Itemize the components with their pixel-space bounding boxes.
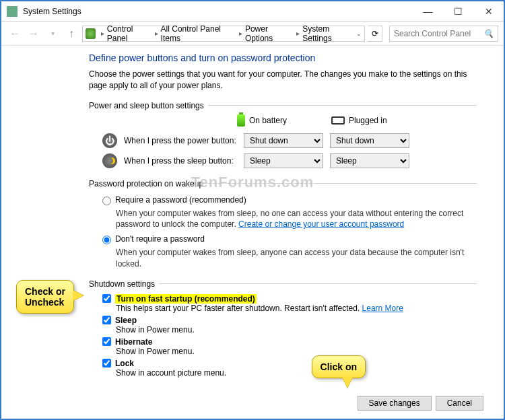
section-legend: Shutdown settings [89,279,159,289]
sleep-battery-select[interactable]: Sleep [244,153,323,168]
learn-more-link[interactable]: Learn More [362,304,403,313]
sleep-icon [102,153,117,168]
fast-startup-label[interactable]: Turn on fast startup (recommended) [115,294,257,304]
search-input[interactable]: Search Control Panel 🔍 [389,26,498,42]
power-icon: ⏻ [102,133,117,148]
require-password-desc: When your computer wakes from sleep, no … [116,208,477,231]
plug-icon [331,116,345,125]
power-plugged-select[interactable]: Shut down [330,133,409,148]
no-password-desc: When your computer wakes from sleep, any… [116,247,477,270]
chevron-right-icon: ▸ [296,30,300,37]
up-button[interactable]: ↑ [63,28,79,40]
search-icon: 🔍 [483,29,494,38]
battery-icon [237,114,245,127]
save-button[interactable]: Save changes [358,396,432,411]
recent-dropdown[interactable]: ▾ [44,30,61,37]
sleep-desc: Show in Power menu. [116,325,477,335]
account-password-link[interactable]: Create or change your user account passw… [238,219,404,229]
breadcrumb-item[interactable]: System Settings [302,24,356,43]
cancel-button[interactable]: Cancel [436,396,483,411]
forward-button[interactable]: → [26,28,42,40]
hibernate-checkbox[interactable] [102,337,111,346]
require-password-label[interactable]: Require a password (recommended) [115,195,246,205]
minimize-button[interactable]: — [413,2,443,21]
refresh-button[interactable]: ⟳ [368,26,382,42]
no-password-label[interactable]: Don't require a password [115,234,205,244]
section-legend: Power and sleep button settings [89,101,208,110]
chevron-right-icon: ▸ [155,30,158,37]
power-sleep-section: Power and sleep button settings On batte… [89,101,477,174]
page-heading: Define power buttons and turn on passwor… [89,53,477,63]
app-icon [7,6,18,17]
back-button[interactable]: ← [7,28,23,40]
maximize-button[interactable]: ☐ [443,2,473,21]
page-description: Choose the power settings that you want … [89,69,477,92]
control-panel-icon [86,28,96,39]
sleep-label[interactable]: Sleep [115,316,137,325]
chevron-right-icon: ▸ [239,30,242,37]
fast-startup-desc: This helps start your PC faster after sh… [116,304,477,313]
hibernate-desc: Show in Power menu. [116,347,477,356]
breadcrumb-item[interactable]: All Control Panel Items [161,24,236,43]
chevron-right-icon: ▸ [101,30,104,37]
window-title: System Settings [23,7,413,16]
lock-desc: Show in account picture menu. [116,368,477,378]
plugged-column-header: Plugged in [331,114,399,127]
battery-column-header: On battery [237,114,304,127]
lock-label[interactable]: Lock [115,359,134,368]
password-section: Password protection on wakeup Require a … [89,179,477,274]
breadcrumb-dropdown-icon[interactable]: ⌄ [356,30,362,37]
section-legend: Password protection on wakeup [89,179,207,188]
no-password-radio[interactable] [102,236,111,244]
sleep-button-label: When I press the sleep button: [124,156,237,166]
lock-checkbox[interactable] [102,359,111,368]
sleep-checkbox[interactable] [102,316,111,324]
breadcrumb[interactable]: ▸ Control Panel ▸ All Control Panel Item… [82,26,365,42]
callout-check-uncheck: Check orUncheck [16,280,74,314]
toolbar: ← → ▾ ↑ ▸ Control Panel ▸ All Control Pa… [1,22,504,46]
sleep-plugged-select[interactable]: Sleep [330,153,409,168]
breadcrumb-item[interactable]: Power Options [245,24,294,43]
footer-buttons: Save changes Cancel [358,396,483,411]
titlebar: System Settings — ☐ ✕ [1,1,504,22]
power-button-label: When I press the power button: [124,136,237,145]
power-battery-select[interactable]: Shut down [244,133,323,148]
content-area: Define power buttons and turn on passwor… [1,46,504,389]
callout-click-on: Click on [312,355,366,378]
hibernate-label[interactable]: Hibernate [115,337,152,347]
breadcrumb-item[interactable]: Control Panel [107,24,152,43]
fast-startup-checkbox[interactable] [102,294,111,303]
require-password-radio[interactable] [102,197,111,205]
close-button[interactable]: ✕ [473,2,504,21]
shutdown-section: Shutdown settings Turn on fast startup (… [89,279,477,380]
